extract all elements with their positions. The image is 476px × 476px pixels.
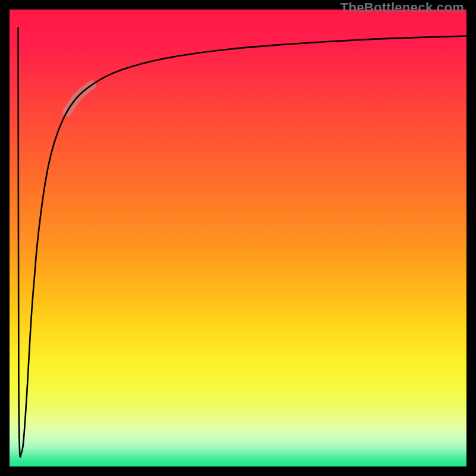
curve-layer: [0, 0, 476, 476]
highlight-band: [67, 85, 92, 112]
